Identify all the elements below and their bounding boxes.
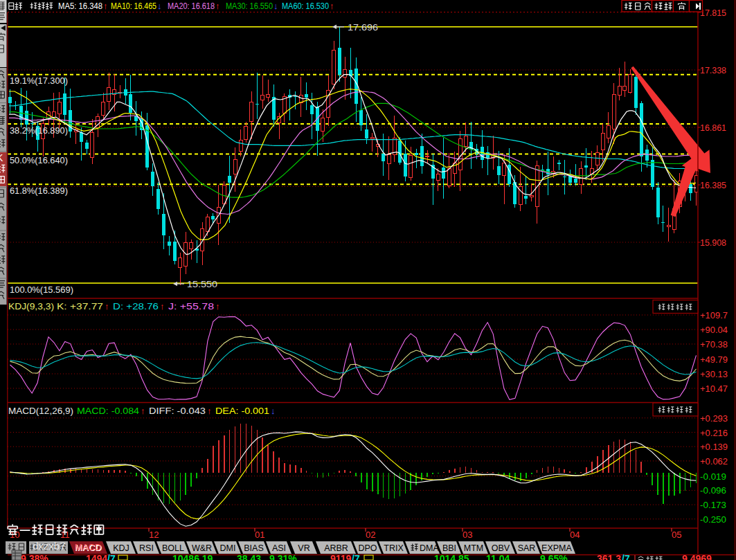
svg-text:38.43: 38.43 bbox=[237, 553, 261, 560]
svg-text:+0.216: +0.216 bbox=[700, 428, 728, 438]
svg-text:MA30: 16.550: MA30: 16.550 bbox=[226, 1, 273, 11]
svg-text:1014.85: 1014.85 bbox=[434, 553, 469, 560]
svg-text:MACD: -0.084: MACD: -0.084 bbox=[77, 406, 140, 416]
svg-text:↑: ↑ bbox=[215, 1, 220, 11]
svg-text:/7: /7 bbox=[107, 553, 116, 560]
svg-text:-0.173: -0.173 bbox=[700, 500, 726, 510]
svg-text:RSI: RSI bbox=[139, 543, 154, 553]
svg-text:MA5: 16.348: MA5: 16.348 bbox=[58, 1, 102, 11]
svg-text:10486.19: 10486.19 bbox=[172, 553, 213, 560]
svg-text:W&R: W&R bbox=[192, 543, 212, 553]
svg-text:9.4969: 9.4969 bbox=[682, 553, 712, 560]
svg-text:K: +37.77: K: +37.77 bbox=[57, 301, 103, 311]
svg-text:SAR: SAR bbox=[518, 543, 536, 553]
svg-text:01: 01 bbox=[255, 530, 264, 540]
svg-text:ARBR: ARBR bbox=[324, 543, 348, 553]
svg-text:DMI: DMI bbox=[220, 543, 236, 553]
svg-text:+0.139: +0.139 bbox=[700, 442, 728, 452]
svg-text:17.696: 17.696 bbox=[348, 22, 378, 33]
svg-text:↑: ↑ bbox=[141, 406, 145, 416]
svg-text:15.550: 15.550 bbox=[187, 279, 217, 289]
svg-text:16.385: 16.385 bbox=[700, 180, 726, 190]
svg-text:/7: /7 bbox=[352, 553, 360, 560]
svg-text:03: 03 bbox=[463, 530, 472, 540]
svg-text:↑: ↑ bbox=[207, 406, 212, 416]
svg-text:DMA: DMA bbox=[420, 543, 439, 553]
svg-text:MACD(12,26,9): MACD(12,26,9) bbox=[8, 406, 73, 416]
svg-text:TRIX: TRIX bbox=[384, 543, 404, 553]
svg-text:↑: ↑ bbox=[103, 1, 108, 11]
svg-text:MA20: 16.618: MA20: 16.618 bbox=[168, 1, 215, 11]
svg-text:BIAS: BIAS bbox=[244, 543, 264, 553]
svg-text:12: 12 bbox=[149, 530, 159, 540]
svg-text:↓: ↓ bbox=[273, 1, 278, 11]
svg-text:38.2%(16.890): 38.2%(16.890) bbox=[10, 125, 68, 136]
svg-text:+49.79: +49.79 bbox=[700, 354, 728, 365]
svg-text:-0.250: -0.250 bbox=[700, 514, 726, 525]
svg-text:1494: 1494 bbox=[86, 553, 107, 560]
svg-text:361.3: 361.3 bbox=[597, 553, 621, 560]
svg-text:100.0%(15.569): 100.0%(15.569) bbox=[10, 284, 73, 295]
svg-text:02: 02 bbox=[366, 530, 375, 540]
svg-text:MACD: MACD bbox=[75, 542, 101, 552]
svg-text:BOLL: BOLL bbox=[162, 543, 184, 553]
svg-text:DEA: -0.001: DEA: -0.001 bbox=[215, 406, 269, 416]
svg-text:/7: /7 bbox=[622, 553, 630, 560]
svg-text:9.31%: 9.31% bbox=[269, 553, 297, 560]
svg-text:11.04: 11.04 bbox=[486, 553, 510, 560]
svg-text:+90.04: +90.04 bbox=[700, 325, 728, 335]
svg-text:04: 04 bbox=[570, 530, 580, 540]
svg-text:D: +28.76: D: +28.76 bbox=[113, 301, 159, 311]
svg-text:VR: VR bbox=[298, 543, 309, 553]
svg-text:+109.7: +109.7 bbox=[700, 310, 728, 320]
svg-text:-0.019: -0.019 bbox=[700, 471, 726, 482]
svg-text:15.908: 15.908 bbox=[700, 237, 726, 248]
svg-text:↑: ↑ bbox=[160, 301, 165, 311]
svg-text:19.1%(17.300): 19.1%(17.300) bbox=[10, 75, 68, 86]
svg-text:↑: ↑ bbox=[105, 301, 109, 311]
svg-text:ASI: ASI bbox=[272, 543, 286, 553]
svg-text:9.65%: 9.65% bbox=[540, 553, 568, 560]
svg-text:MA10: 16.465: MA10: 16.465 bbox=[111, 1, 156, 11]
svg-text:OBV: OBV bbox=[492, 543, 510, 553]
svg-text:MA60: 16.530: MA60: 16.530 bbox=[282, 1, 329, 11]
svg-text:+0.293: +0.293 bbox=[700, 413, 728, 424]
svg-text:DIFF: -0.043: DIFF: -0.043 bbox=[149, 406, 206, 416]
svg-text:↑: ↑ bbox=[330, 1, 334, 11]
svg-text:K: K bbox=[0, 152, 3, 163]
svg-text:05: 05 bbox=[672, 530, 681, 540]
svg-text:+0.062: +0.062 bbox=[700, 456, 728, 467]
svg-text:17.815: 17.815 bbox=[700, 8, 726, 18]
svg-text:↓: ↓ bbox=[157, 1, 162, 11]
svg-text:dxzxb7: dxzxb7 bbox=[33, 540, 66, 552]
svg-text:↑: ↑ bbox=[215, 301, 220, 311]
svg-text:MTM: MTM bbox=[464, 543, 483, 553]
svg-text:+70.38: +70.38 bbox=[700, 339, 728, 350]
svg-text:-0.096: -0.096 bbox=[700, 485, 726, 496]
svg-text:↓: ↓ bbox=[271, 406, 276, 416]
svg-text:+30.13: +30.13 bbox=[700, 369, 728, 379]
svg-text:16.861: 16.861 bbox=[700, 123, 726, 133]
svg-text:17.338: 17.338 bbox=[700, 65, 726, 75]
svg-text:9.38%: 9.38% bbox=[21, 553, 48, 560]
svg-text:EXPMA: EXPMA bbox=[541, 543, 572, 553]
svg-text:50.0%(16.640): 50.0%(16.640) bbox=[10, 155, 68, 165]
svg-text:KDJ: KDJ bbox=[113, 543, 129, 553]
svg-text:9119: 9119 bbox=[330, 553, 352, 560]
svg-text:+10.47: +10.47 bbox=[700, 383, 728, 394]
svg-text:61.8%(16.389): 61.8%(16.389) bbox=[10, 186, 68, 196]
svg-text:BBI: BBI bbox=[442, 543, 456, 553]
svg-text:KDJ(9,3,3): KDJ(9,3,3) bbox=[8, 301, 54, 311]
svg-text:DPO: DPO bbox=[358, 543, 377, 553]
svg-text:J: +55.78: J: +55.78 bbox=[168, 301, 214, 311]
